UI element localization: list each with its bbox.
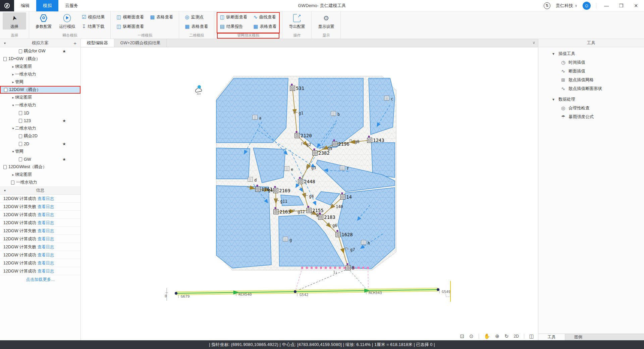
- ribbon-button-曲线查看[interactable]: ∿曲线查看: [250, 12, 279, 22]
- tree-item-2D[interactable]: 2D★: [0, 140, 80, 148]
- tree-item-管网[interactable]: ▸管网: [0, 78, 80, 86]
- ribbon-button-结果报告[interactable]: ▤结果报告: [217, 22, 251, 31]
- ribbon-button-label: 选择: [10, 24, 18, 30]
- tool-暴雨强度公式[interactable]: ☂暴雨强度公式: [538, 112, 644, 121]
- ribbon-button-纵断面查看[interactable]: ◫纵断面查看: [113, 22, 147, 31]
- tree-item-12DGW（耦合）[interactable]: 12DGW（耦合）: [0, 86, 80, 94]
- ribbon-button-选择[interactable]: ➤选择: [3, 12, 26, 30]
- tool-group-数据处理[interactable]: ▼数据处理: [538, 95, 644, 104]
- toolbar-divider: [524, 334, 524, 339]
- tree-item-一维水动力[interactable]: ▸一维水动力: [0, 70, 80, 78]
- ribbon-button-label: 结果下载: [88, 24, 105, 30]
- ribbon-button-结果下载[interactable]: ↧结果下载: [79, 22, 108, 31]
- panel-tab-工具[interactable]: 工具: [538, 334, 565, 340]
- canvas-tab-模型编辑器[interactable]: 模型编辑器: [81, 39, 114, 47]
- tool-label: 散点插值网格: [569, 77, 594, 83]
- close-button[interactable]: ✕: [631, 3, 641, 8]
- chevron-right-icon[interactable]: ▸: [11, 96, 15, 99]
- ribbon-button-显示设置[interactable]: ⚙显示设置: [314, 12, 338, 30]
- profile-label: RCH540: [238, 292, 252, 297]
- profile-node: [437, 288, 439, 291]
- tool-时间插值[interactable]: ◷时间插值: [538, 58, 644, 67]
- ribbon-button-模拟结果[interactable]: ☑模拟结果: [79, 12, 108, 22]
- tree-item-123[interactable]: 123★: [0, 117, 80, 124]
- tree-item-label: 123: [24, 118, 31, 123]
- tool-断面插值[interactable]: ∿断面插值: [538, 67, 644, 76]
- load-more-link[interactable]: 点击加载更多...: [0, 275, 80, 284]
- menu-tab-云服务[interactable]: 云服务: [58, 0, 85, 11]
- app-logo[interactable]: [0, 0, 14, 11]
- tab-overflow-chevron-icon[interactable]: ∨: [532, 40, 535, 45]
- canvas-tab-GW+2D耦合模拟结果[interactable]: GW+2D耦合模拟结果: [114, 39, 167, 47]
- menu-tab-编辑[interactable]: 编辑: [14, 0, 36, 11]
- ribbon-button-表格查看[interactable]: ▦表格查看: [147, 12, 176, 22]
- tree-item-1D[interactable]: 1D: [0, 109, 80, 117]
- minimize-button[interactable]: —: [602, 3, 611, 8]
- tree-item-label: 耦合2D: [24, 133, 38, 139]
- tree-item-一维水动力[interactable]: ▾一维水动力: [0, 101, 80, 109]
- tree-item-二维水动力[interactable]: ▾二维水动力: [0, 124, 80, 132]
- ribbon-button-横断面查看[interactable]: ◫横断面查看: [113, 12, 147, 22]
- chevron-right-icon[interactable]: ▸: [11, 173, 15, 177]
- tool-散点插值网格[interactable]: ⊞散点插值网格: [538, 76, 644, 84]
- fullscreen-icon[interactable]: ⊡: [460, 333, 464, 339]
- chevron-right-icon[interactable]: ▸: [11, 65, 15, 68]
- ribbon-button-表格查看[interactable]: ▦表格查看: [250, 22, 279, 31]
- ribbon-button-监测点[interactable]: ◎监测点: [182, 12, 211, 22]
- view-log-link[interactable]: 查看日志: [37, 196, 54, 201]
- refresh-icon[interactable]: ↻: [504, 333, 509, 339]
- view-log-link[interactable]: 查看日志: [37, 220, 54, 225]
- tree-item-12DGWtest（耦合）[interactable]: 12DGWtest（耦合）: [0, 163, 80, 171]
- chevron-right-icon[interactable]: ▸: [11, 80, 15, 84]
- ribbon-button-运行模拟[interactable]: 运行模拟: [55, 12, 79, 30]
- chevron-down-icon[interactable]: ▾: [11, 127, 15, 130]
- tree-item-绑定图层[interactable]: ▸绑定图层: [0, 171, 80, 179]
- tree-item-GW[interactable]: GW★: [0, 155, 80, 163]
- tree-item-耦合2D[interactable]: 耦合2D: [0, 132, 80, 140]
- chevron-down-icon[interactable]: ▾: [11, 103, 15, 107]
- view-log-link[interactable]: 查看日志: [37, 237, 54, 241]
- view-log-link[interactable]: 查看日志: [37, 253, 54, 257]
- restore-button[interactable]: ❒: [616, 3, 626, 8]
- tool-合理性检查[interactable]: ◎合理性检查: [538, 104, 644, 112]
- zoom-extents-icon[interactable]: ⊙: [469, 333, 474, 339]
- avatar[interactable]: ☺: [583, 2, 591, 10]
- 2d-mode-button[interactable]: 2D: [514, 333, 519, 339]
- add-scheme-button[interactable]: +: [73, 40, 76, 46]
- tree-item-耦合for GW[interactable]: 耦合for GW★: [0, 47, 80, 55]
- export-icon: [293, 14, 301, 22]
- split-view-icon[interactable]: ◫: [529, 333, 534, 339]
- ribbon-button-参数配置[interactable]: 参数配置: [32, 12, 55, 30]
- ribbon-button-表格查看[interactable]: ▦表格查看: [182, 22, 211, 31]
- node-label: 2169: [279, 188, 290, 193]
- view-log-link[interactable]: 查看日志: [37, 229, 54, 233]
- tools-list: ▼插值工具◷时间插值∿断面插值⊞散点插值网格∿散点插值断面形状▼数据处理◎合理性…: [538, 49, 644, 121]
- file-icon: [11, 181, 14, 185]
- ribbon-button-纵断面查看[interactable]: ◫纵断面查看: [217, 12, 251, 22]
- menu-tab-模拟[interactable]: 模拟: [36, 0, 58, 11]
- tree-item-管网[interactable]: ▾管网: [0, 148, 80, 155]
- company-menu[interactable]: 贵仁科技 ∨: [556, 3, 577, 9]
- pan-icon[interactable]: ✋: [484, 333, 490, 339]
- sync-icon[interactable]: ⇅: [544, 2, 550, 9]
- tree-item-绑定图层[interactable]: ▸绑定图层: [0, 94, 80, 101]
- tree-item-1D+GW（耦合）[interactable]: 1D+GW（耦合）: [0, 55, 80, 63]
- view-log-link[interactable]: 查看日志: [37, 269, 54, 273]
- tree-item-绑定图层[interactable]: ▸绑定图层: [0, 63, 80, 70]
- view-log-link[interactable]: 查看日志: [37, 212, 54, 217]
- map-canvas[interactable]: 1↓g1g2g3g4g5g6g7g8g9g10g11g12140abcdefgh…: [81, 47, 538, 340]
- tool-group-插值工具[interactable]: ▼插值工具: [538, 49, 644, 58]
- panel-tab-图例[interactable]: 图例: [565, 334, 591, 340]
- view-log-link[interactable]: 查看日志: [37, 204, 54, 209]
- chevron-right-icon[interactable]: ▸: [11, 72, 15, 76]
- view-log-link[interactable]: 查看日志: [37, 245, 54, 249]
- view-log-link[interactable]: 查看日志: [37, 261, 54, 265]
- ribbon-button-导出配置[interactable]: 导出配置: [285, 12, 309, 30]
- tree-item-一维水动力[interactable]: 一维水动力: [0, 179, 80, 186]
- chevron-down-icon[interactable]: ▾: [11, 150, 15, 153]
- tool-散点插值断面形状[interactable]: ∿散点插值断面形状: [538, 84, 644, 93]
- ribbon-button-label: 纵断面查看: [226, 14, 248, 20]
- zoom-in-icon[interactable]: ⊕: [495, 333, 499, 339]
- area-label: a: [259, 116, 261, 120]
- profile-label: G549: [442, 290, 451, 294]
